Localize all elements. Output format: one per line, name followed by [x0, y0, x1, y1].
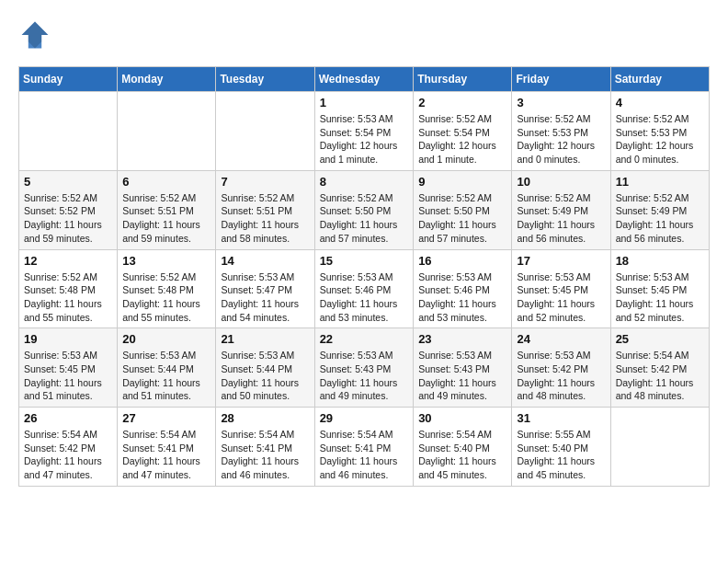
weekday-header: Monday [118, 67, 216, 92]
day-number: 8 [320, 175, 409, 189]
day-info: Sunrise: 5:52 AM Sunset: 5:54 PM Dayligh… [418, 112, 506, 167]
day-number: 15 [320, 254, 409, 268]
calendar-cell: 4Sunrise: 5:52 AM Sunset: 5:53 PM Daylig… [610, 92, 709, 171]
page-header [18, 18, 710, 52]
day-info: Sunrise: 5:53 AM Sunset: 5:45 PM Dayligh… [24, 349, 112, 403]
calendar-week-row: 12Sunrise: 5:52 AM Sunset: 5:48 PM Dayli… [19, 249, 710, 328]
day-info: Sunrise: 5:53 AM Sunset: 5:54 PM Dayligh… [320, 112, 409, 167]
calendar-cell: 25Sunrise: 5:54 AM Sunset: 5:42 PM Dayli… [610, 328, 709, 408]
calendar-cell: 11Sunrise: 5:52 AM Sunset: 5:49 PM Dayli… [610, 170, 709, 249]
day-info: Sunrise: 5:53 AM Sunset: 5:45 PM Dayligh… [517, 270, 605, 325]
logo [18, 18, 57, 52]
day-info: Sunrise: 5:53 AM Sunset: 5:42 PM Dayligh… [517, 349, 605, 403]
day-number: 20 [122, 332, 210, 346]
calendar-cell: 29Sunrise: 5:54 AM Sunset: 5:41 PM Dayli… [314, 408, 414, 487]
weekday-header: Sunday [19, 67, 118, 92]
day-number: 2 [418, 96, 506, 109]
day-number: 9 [418, 175, 506, 189]
calendar-cell [216, 92, 314, 171]
day-info: Sunrise: 5:53 AM Sunset: 5:45 PM Dayligh… [616, 270, 704, 325]
calendar-cell: 31Sunrise: 5:55 AM Sunset: 5:40 PM Dayli… [512, 408, 610, 487]
calendar-cell [19, 92, 118, 171]
day-number: 26 [24, 411, 112, 425]
day-info: Sunrise: 5:52 AM Sunset: 5:53 PM Dayligh… [517, 112, 605, 167]
calendar-cell: 23Sunrise: 5:53 AM Sunset: 5:43 PM Dayli… [414, 328, 512, 408]
day-info: Sunrise: 5:53 AM Sunset: 5:44 PM Dayligh… [122, 349, 210, 403]
weekday-header: Wednesday [314, 67, 414, 92]
calendar-cell: 9Sunrise: 5:52 AM Sunset: 5:50 PM Daylig… [414, 170, 512, 249]
day-number: 28 [221, 411, 309, 425]
calendar-cell [610, 408, 709, 487]
calendar-cell: 12Sunrise: 5:52 AM Sunset: 5:48 PM Dayli… [19, 249, 118, 328]
day-info: Sunrise: 5:53 AM Sunset: 5:46 PM Dayligh… [320, 270, 409, 325]
weekday-header: Saturday [610, 67, 709, 92]
calendar-week-row: 19Sunrise: 5:53 AM Sunset: 5:45 PM Dayli… [19, 328, 710, 408]
day-number: 29 [320, 411, 409, 425]
calendar-cell: 8Sunrise: 5:52 AM Sunset: 5:50 PM Daylig… [314, 170, 414, 249]
day-number: 30 [418, 411, 506, 425]
calendar-cell: 2Sunrise: 5:52 AM Sunset: 5:54 PM Daylig… [414, 92, 512, 171]
day-number: 11 [616, 175, 704, 189]
day-number: 17 [517, 254, 605, 268]
day-info: Sunrise: 5:53 AM Sunset: 5:47 PM Dayligh… [221, 270, 309, 325]
day-number: 5 [24, 175, 112, 189]
day-info: Sunrise: 5:53 AM Sunset: 5:46 PM Dayligh… [418, 270, 506, 325]
day-number: 1 [320, 96, 409, 109]
calendar-header: SundayMondayTuesdayWednesdayThursdayFrid… [19, 67, 710, 92]
day-info: Sunrise: 5:52 AM Sunset: 5:50 PM Dayligh… [320, 191, 409, 246]
day-number: 23 [418, 332, 506, 346]
calendar-cell: 24Sunrise: 5:53 AM Sunset: 5:42 PM Dayli… [512, 328, 610, 408]
calendar-week-row: 5Sunrise: 5:52 AM Sunset: 5:52 PM Daylig… [19, 170, 710, 249]
day-info: Sunrise: 5:54 AM Sunset: 5:40 PM Dayligh… [418, 428, 506, 482]
calendar-cell: 22Sunrise: 5:53 AM Sunset: 5:43 PM Dayli… [314, 328, 414, 408]
day-number: 19 [24, 332, 112, 346]
calendar-cell: 10Sunrise: 5:52 AM Sunset: 5:49 PM Dayli… [512, 170, 610, 249]
svg-marker-1 [22, 22, 49, 49]
day-number: 31 [517, 411, 605, 425]
calendar-cell: 15Sunrise: 5:53 AM Sunset: 5:46 PM Dayli… [314, 249, 414, 328]
calendar-cell: 30Sunrise: 5:54 AM Sunset: 5:40 PM Dayli… [414, 408, 512, 487]
day-info: Sunrise: 5:54 AM Sunset: 5:41 PM Dayligh… [122, 428, 210, 482]
day-info: Sunrise: 5:52 AM Sunset: 5:51 PM Dayligh… [221, 191, 309, 246]
day-number: 21 [221, 332, 309, 346]
calendar-cell: 21Sunrise: 5:53 AM Sunset: 5:44 PM Dayli… [216, 328, 314, 408]
calendar-cell: 16Sunrise: 5:53 AM Sunset: 5:46 PM Dayli… [414, 249, 512, 328]
day-number: 16 [418, 254, 506, 268]
day-number: 13 [122, 254, 210, 268]
calendar-cell: 19Sunrise: 5:53 AM Sunset: 5:45 PM Dayli… [19, 328, 118, 408]
day-info: Sunrise: 5:55 AM Sunset: 5:40 PM Dayligh… [517, 428, 605, 482]
calendar-cell: 17Sunrise: 5:53 AM Sunset: 5:45 PM Dayli… [512, 249, 610, 328]
calendar-cell: 14Sunrise: 5:53 AM Sunset: 5:47 PM Dayli… [216, 249, 314, 328]
day-info: Sunrise: 5:52 AM Sunset: 5:49 PM Dayligh… [517, 191, 605, 246]
calendar-week-row: 26Sunrise: 5:54 AM Sunset: 5:42 PM Dayli… [19, 408, 710, 487]
day-info: Sunrise: 5:54 AM Sunset: 5:41 PM Dayligh… [320, 428, 409, 482]
day-number: 14 [221, 254, 309, 268]
calendar-table: SundayMondayTuesdayWednesdayThursdayFrid… [18, 66, 710, 487]
day-number: 4 [616, 96, 704, 109]
calendar-cell: 28Sunrise: 5:54 AM Sunset: 5:41 PM Dayli… [216, 408, 314, 487]
calendar-cell: 1Sunrise: 5:53 AM Sunset: 5:54 PM Daylig… [314, 92, 414, 171]
calendar-cell: 18Sunrise: 5:53 AM Sunset: 5:45 PM Dayli… [610, 249, 709, 328]
day-info: Sunrise: 5:53 AM Sunset: 5:43 PM Dayligh… [320, 349, 409, 403]
day-info: Sunrise: 5:52 AM Sunset: 5:48 PM Dayligh… [24, 270, 112, 325]
calendar-cell: 6Sunrise: 5:52 AM Sunset: 5:51 PM Daylig… [118, 170, 216, 249]
day-number: 7 [221, 175, 309, 189]
day-info: Sunrise: 5:54 AM Sunset: 5:41 PM Dayligh… [221, 428, 309, 482]
day-number: 6 [122, 175, 210, 189]
day-number: 3 [517, 96, 605, 109]
day-number: 27 [122, 411, 210, 425]
day-number: 18 [616, 254, 704, 268]
day-info: Sunrise: 5:52 AM Sunset: 5:51 PM Dayligh… [122, 191, 210, 246]
calendar-cell: 13Sunrise: 5:52 AM Sunset: 5:48 PM Dayli… [118, 249, 216, 328]
day-info: Sunrise: 5:52 AM Sunset: 5:49 PM Dayligh… [616, 191, 704, 246]
calendar-week-row: 1Sunrise: 5:53 AM Sunset: 5:54 PM Daylig… [19, 92, 710, 171]
day-info: Sunrise: 5:53 AM Sunset: 5:44 PM Dayligh… [221, 349, 309, 403]
day-info: Sunrise: 5:52 AM Sunset: 5:48 PM Dayligh… [122, 270, 210, 325]
day-number: 25 [616, 332, 704, 346]
weekday-header: Thursday [414, 67, 512, 92]
day-number: 24 [517, 332, 605, 346]
calendar-cell: 26Sunrise: 5:54 AM Sunset: 5:42 PM Dayli… [19, 408, 118, 487]
day-info: Sunrise: 5:52 AM Sunset: 5:50 PM Dayligh… [418, 191, 506, 246]
day-number: 10 [517, 175, 605, 189]
calendar-cell: 27Sunrise: 5:54 AM Sunset: 5:41 PM Dayli… [118, 408, 216, 487]
